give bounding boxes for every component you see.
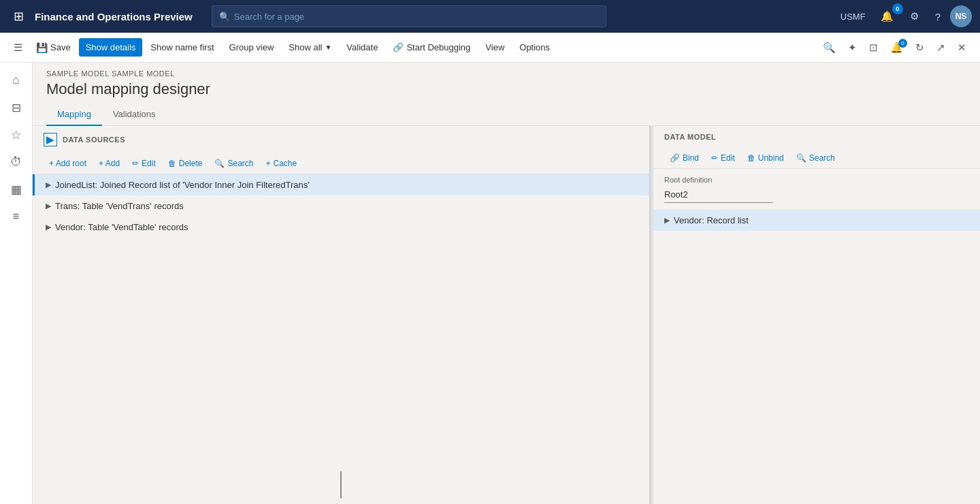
tab-validations[interactable]: Validations xyxy=(102,104,167,126)
add-button[interactable]: + Add xyxy=(93,156,125,171)
help-button[interactable]: ? xyxy=(928,7,947,27)
show-details-button[interactable]: Show details xyxy=(79,38,143,57)
edit-button[interactable]: ✏ Edit xyxy=(127,156,161,171)
command-bar-right: 🔍 ✦ ⊡ 🔔 0 ↻ ↗ ✕ xyxy=(817,37,972,58)
expand-icon: ▶ xyxy=(46,134,54,145)
plus-icon: + xyxy=(265,159,270,168)
search-icon: 🔍 xyxy=(214,159,225,168)
link-icon: 🔗 xyxy=(670,153,680,163)
notification-badge: 0 xyxy=(892,3,903,14)
datasources-header: ▶ DATA SOURCES xyxy=(33,126,649,153)
cmd-badge: 0 xyxy=(898,39,907,48)
command-bar: ☰ 💾 Save Show details Show name first Gr… xyxy=(0,33,980,63)
company-label: USMF xyxy=(835,12,871,22)
close-button[interactable]: ✕ xyxy=(952,37,972,58)
chevron-right-icon: ▶ xyxy=(664,216,670,225)
open-new-button[interactable]: ↗ xyxy=(931,37,951,58)
root-definition-label: Root definition xyxy=(664,176,969,184)
unbind-button[interactable]: 🗑 Unbind xyxy=(742,151,789,166)
search-input[interactable] xyxy=(234,12,599,22)
chevron-right-icon: ▶ xyxy=(46,223,51,232)
chevron-right-icon: ▶ xyxy=(46,180,51,189)
datamodel-toolbar: 🔗 Bind ✏ Edit 🗑 Unbind 🔍 Search xyxy=(653,148,980,169)
delete-button[interactable]: 🗑 Delete xyxy=(163,156,208,171)
ds-item-joinedlist[interactable]: ▶ JoinedList: Joined Record list of 'Ven… xyxy=(33,174,649,195)
sidebar-item-favorites[interactable]: ☆ xyxy=(4,123,29,147)
datamodel-header: DATA MODEL xyxy=(653,126,980,148)
top-bar: ⊞ Finance and Operations Preview 🔍 USMF … xyxy=(0,0,980,33)
settings-button[interactable]: ⚙ xyxy=(903,6,926,27)
sidebar-item-home[interactable]: ⌂ xyxy=(4,68,29,93)
add-root-button[interactable]: + Add root xyxy=(44,156,92,171)
refresh-button[interactable]: ↻ xyxy=(910,37,930,58)
tab-mapping[interactable]: Mapping xyxy=(46,104,102,126)
sidebar-item-modules[interactable]: ≡ xyxy=(4,204,29,229)
user-avatar[interactable]: NS xyxy=(950,5,972,27)
root-definition-section: Root definition xyxy=(653,169,980,210)
personalize-button[interactable]: ✦ xyxy=(843,37,862,58)
sidebar-item-recent[interactable]: ⏱ xyxy=(4,150,29,174)
cache-button[interactable]: + Cache xyxy=(260,156,302,171)
search-page-button[interactable]: 🔍 xyxy=(817,37,841,58)
edit-icon: ✏ xyxy=(711,153,718,163)
datasources-toolbar: + Add root + Add ✏ Edit 🗑 Delete 🔍 xyxy=(33,153,649,174)
global-search-box[interactable]: 🔍 xyxy=(212,5,606,27)
fullscreen-button[interactable]: ⊡ xyxy=(864,37,883,58)
validate-button[interactable]: Validate xyxy=(340,38,385,57)
delete-icon: 🗑 xyxy=(168,159,176,168)
apps-grid-icon[interactable]: ⊞ xyxy=(8,6,29,27)
show-name-button[interactable]: Show name first xyxy=(144,38,220,57)
options-button[interactable]: Options xyxy=(512,38,557,57)
app-title: Finance and Operations Preview xyxy=(35,11,193,22)
ds-item-trans[interactable]: ▶ Trans: Table 'VendTrans' records xyxy=(33,195,649,217)
dm-item-vendor-recordlist[interactable]: ▶ Vendor: Record list xyxy=(653,210,980,231)
save-icon: 💾 xyxy=(36,42,48,53)
expand-datasources-button[interactable]: ▶ xyxy=(44,133,57,146)
chevron-right-icon: ▶ xyxy=(46,202,51,210)
root-definition-input[interactable] xyxy=(664,187,773,203)
content-area: SAMPLE MODEL SAMPLE MODEL Model mapping … xyxy=(33,63,980,504)
search-icon: 🔍 xyxy=(219,12,230,22)
group-view-button[interactable]: Group view xyxy=(223,38,281,57)
dm-search-button[interactable]: 🔍 Search xyxy=(791,151,840,166)
page-title: Model mapping designer xyxy=(33,78,980,98)
debug-icon: 🔗 xyxy=(393,42,404,52)
datamodel-list: ▶ Vendor: Record list xyxy=(653,210,980,504)
notifications-button[interactable]: 🔔 0 xyxy=(874,6,900,27)
datasources-panel: ▶ DATA SOURCES + Add root + Add ✏ Edit xyxy=(33,126,651,504)
resize-handle[interactable] xyxy=(33,466,649,504)
search-icon: 🔍 xyxy=(796,153,806,163)
ds-search-button[interactable]: 🔍 Search xyxy=(209,156,259,171)
ds-item-vendor[interactable]: ▶ Vendor: Table 'VendTable' records xyxy=(33,217,649,238)
sidebar-filter-icon[interactable]: ⊟ xyxy=(4,95,29,120)
collapse-nav-button[interactable]: ☰ xyxy=(8,37,28,58)
top-bar-right: USMF 🔔 0 ⚙ ? NS xyxy=(835,5,972,27)
sidebar-item-workspaces[interactable]: ▦ xyxy=(4,177,29,202)
dm-edit-button[interactable]: ✏ Edit xyxy=(706,151,740,166)
tabs-container: Mapping Validations xyxy=(33,98,980,126)
view-button[interactable]: View xyxy=(478,38,511,57)
datamodel-panel: DATA MODEL 🔗 Bind ✏ Edit 🗑 Unbind xyxy=(653,126,980,504)
main-layout: ⌂ ⊟ ☆ ⏱ ▦ ≡ SAMPLE MODEL SAMPLE MODEL Mo… xyxy=(0,63,980,504)
notification-bar-button[interactable]: 🔔 0 xyxy=(885,37,909,58)
chevron-down-icon: ▼ xyxy=(325,44,331,51)
two-panel: ▶ DATA SOURCES + Add root + Add ✏ Edit xyxy=(33,126,980,504)
save-button[interactable]: 💾 Save xyxy=(29,38,78,57)
start-debugging-button[interactable]: 🔗 Start Debugging xyxy=(386,38,477,57)
unbind-icon: 🗑 xyxy=(747,153,755,163)
bind-button[interactable]: 🔗 Bind xyxy=(664,151,704,166)
edit-icon: ✏ xyxy=(132,159,139,168)
breadcrumb: SAMPLE MODEL SAMPLE MODEL xyxy=(33,63,980,78)
left-sidebar: ⌂ ⊟ ☆ ⏱ ▦ ≡ xyxy=(0,63,33,504)
show-all-button[interactable]: Show all ▼ xyxy=(282,38,338,57)
datasources-list: ▶ JoinedList: Joined Record list of 'Ven… xyxy=(33,174,649,466)
